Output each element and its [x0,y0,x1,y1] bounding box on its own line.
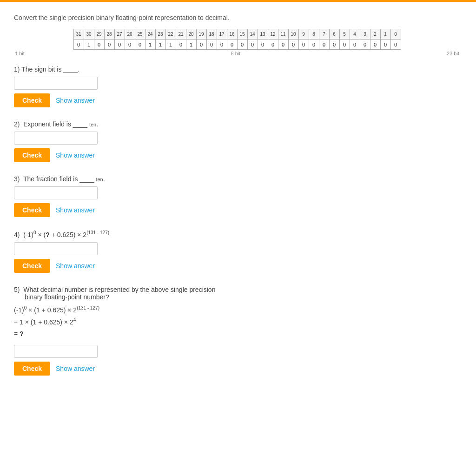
show-answer-link-2[interactable]: Show answer [56,152,95,159]
question-label-1: 1) The sign bit is ____. [14,66,460,73]
question-label-4: 4) (-1)0 × (? + 0.625) × 2(131 - 127) [14,230,460,238]
answer-input-2[interactable] [14,132,98,145]
check-button-1[interactable]: Check [14,93,50,107]
answer-row-2: CheckShow answer [14,148,460,162]
check-button-2[interactable]: Check [14,148,50,162]
questions-container: 1) The sign bit is ____.CheckShow answer… [14,66,460,376]
question-label-3: 3) The fraction field is ____ ten. [14,175,460,183]
question-block-5: 5) What decimal number is represented by… [14,286,460,376]
answer-input-1[interactable] [14,77,98,90]
check-button-4[interactable]: Check [14,259,50,273]
answer-input-4[interactable] [14,242,98,255]
question-block-4: 4) (-1)0 × (? + 0.625) × 2(131 - 127)Che… [14,230,460,273]
formula-block-5: (-1)0 × (1 + 0.625) × 2(131 - 127) = 1 ×… [14,304,460,340]
question-label-2: 2) Exponent field is ____ ten. [14,120,460,128]
main-content: Convert the single precision binary floa… [14,14,460,376]
answer-input-3[interactable] [14,186,98,199]
question-label-5: 5) What decimal number is represented by… [14,286,460,301]
bit-labels: 1 bit 8 bit 23 bit [14,51,460,56]
bit-table-wrapper: 3130292827262524232221201918171615141312… [14,29,460,56]
show-answer-link-5[interactable]: Show answer [56,365,95,372]
question-block-2: 2) Exponent field is ____ ten.CheckShow … [14,120,460,162]
bit-label-right: 23 bit [447,51,459,56]
top-bar [0,0,476,2]
show-answer-link-4[interactable]: Show answer [56,262,95,270]
check-button-3[interactable]: Check [14,203,50,217]
answer-row-4: CheckShow answer [14,259,460,273]
answer-row-5: CheckShow answer [14,362,460,376]
answer-row-3: CheckShow answer [14,203,460,217]
bit-label-mid: 8 bit [231,51,241,56]
bit-label-left: 1 bit [15,51,25,56]
check-button-5[interactable]: Check [14,362,50,376]
show-answer-link-1[interactable]: Show answer [56,97,95,104]
question-block-1: 1) The sign bit is ____.CheckShow answer [14,66,460,107]
answer-input-5[interactable] [14,345,98,358]
question-block-3: 3) The fraction field is ____ ten.CheckS… [14,175,460,217]
intro-text: Convert the single precision binary floa… [14,14,460,21]
show-answer-link-3[interactable]: Show answer [56,206,95,214]
answer-row-1: CheckShow answer [14,93,460,107]
bit-table: 3130292827262524232221201918171615141312… [73,29,401,50]
